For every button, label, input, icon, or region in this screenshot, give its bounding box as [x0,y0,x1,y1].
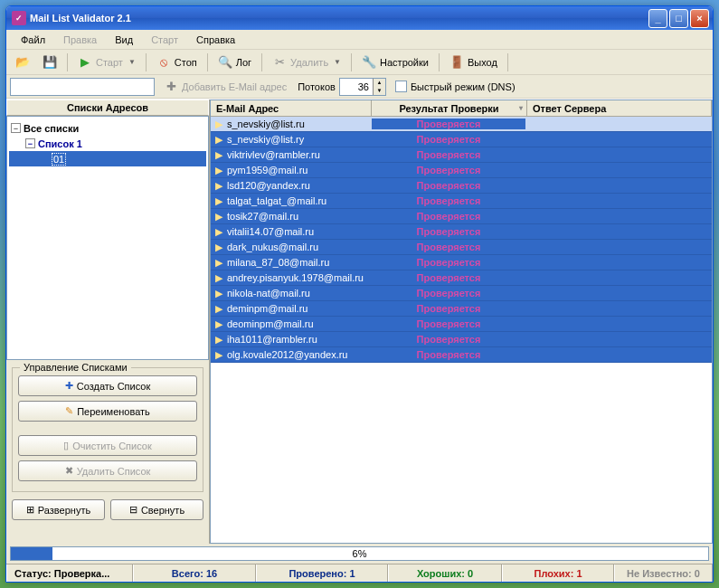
result-cell: Проверяется [372,242,525,252]
table-row[interactable]: ▶milana_87_08@mail.ruПроверяется [211,255,712,270]
clear-list-button[interactable]: ▯Очистить Список [18,435,197,456]
mail-icon: ▶ [214,119,223,128]
table-row[interactable]: ▶s_nevskiy@list.ryПроверяется [211,132,712,147]
table-row[interactable]: ▶deominpm@mail.ruПроверяется [211,317,712,332]
result-cell: Проверяется [372,272,525,283]
close-button[interactable]: × [690,9,709,28]
tree-root[interactable]: −Все списки [9,120,206,136]
mail-icon: ▶ [214,304,223,313]
email-cell: talgat_talgat_@mail.ru [227,195,326,206]
collapse-button[interactable]: ⊟Свернуть [110,499,203,520]
table-row[interactable]: ▶s_nevskiy@list.ruПроверяется [211,117,712,132]
app-icon: ✓ [12,11,26,25]
status-unknown: Не Известно: 0 [614,564,713,582]
table-row[interactable]: ▶olg.kovale2012@yandex.ruПроверяется [211,347,712,363]
spin-down[interactable]: ▼ [373,87,385,95]
grid-body[interactable]: ▶s_nevskiy@list.ruПроверяется▶s_nevskiy@… [211,117,712,543]
email-cell: milana_87_08@mail.ru [227,257,329,268]
rename-button[interactable]: ✎Переименовать [18,401,197,422]
email-cell: vitalii14.07@mail.ru [227,226,314,237]
mail-icon: ▶ [214,181,223,190]
table-row[interactable]: ▶iha1011@rambler.ruПроверяется [211,332,712,347]
mail-icon: ▶ [214,227,223,236]
col-result[interactable]: Результат Проверки▾ [372,100,527,116]
threads-spinner[interactable]: ▲▼ [339,78,386,96]
table-row[interactable]: ▶viktrivlev@rambler.ruПроверяется [211,147,712,163]
save-button[interactable]: 💾 [37,52,62,72]
app-window: ✓ Mail List Validator 2.1 _ □ × Файл Пра… [5,5,714,583]
add-mail-button[interactable]: ✚Добавить E-Mail адрес [158,77,292,97]
threads-label: Потоков [298,81,336,92]
separator [207,53,208,71]
right-panel: E-Mail Адрес Результат Проверки▾ Ответ С… [210,100,713,544]
delete-button[interactable]: ✂Удалить▼ [267,52,346,72]
spin-up[interactable]: ▲ [373,79,385,87]
result-cell: Проверяется [372,211,525,222]
table-row[interactable]: ▶talgat_talgat_@mail.ruПроверяется [211,194,712,209]
table-row[interactable]: ▶vitalii14.07@mail.ruПроверяется [211,224,712,240]
menu-file[interactable]: Файл [12,33,54,47]
log-button[interactable]: 🔍Лог [213,52,257,72]
separator [439,53,440,71]
table-row[interactable]: ▶deminpm@mail.ruПроверяется [211,301,712,317]
maximize-button[interactable]: □ [669,9,688,28]
expand-button[interactable]: ⊞Развернуть [12,499,105,520]
minimize-button[interactable]: _ [648,9,667,28]
separator [261,53,262,71]
fast-mode-checkbox[interactable] [395,81,407,92]
col-response[interactable]: Ответ Сервера [527,100,712,116]
filter-icon[interactable]: ▾ [519,104,523,112]
list-management-group: Управление Списками ✚Создать Список ✎Пер… [12,367,203,492]
address-tree[interactable]: −Все списки −Список 1 01 [6,116,209,360]
threads-value[interactable] [340,79,373,95]
table-row[interactable]: ▶andrey.pisanyuk.1978@mail.ruПроверяется [211,270,712,286]
status-checked: Проверено: 1 [256,564,388,582]
tree-list1[interactable]: −Список 1 [9,136,206,151]
edit-icon: ✎ [65,405,73,417]
delete-list-button[interactable]: ✖Удалить Список [18,460,197,481]
progress-bar: 6% [10,546,709,561]
separator [67,53,68,71]
table-row[interactable]: ▶nikola-nat@mail.ruПроверяется [211,286,712,301]
result-cell: Проверяется [372,303,525,314]
separator [146,53,147,71]
left-header: Списки Адресов [6,100,209,116]
mail-icon: ▶ [214,150,223,159]
email-cell: lsd120@yandex.ru [227,180,310,191]
menu-edit[interactable]: Правка [54,33,106,47]
table-row[interactable]: ▶pym1959@mail.ruПроверяется [211,163,712,178]
menu-view[interactable]: Вид [106,33,142,47]
result-cell: Проверяется [372,318,525,329]
exit-button[interactable]: 🚪Выход [444,52,503,72]
titlebar[interactable]: ✓ Mail List Validator 2.1 _ □ × [6,6,713,30]
result-cell: Проверяется [372,165,525,175]
table-row[interactable]: ▶lsd120@yandex.ruПроверяется [211,178,712,194]
email-cell: viktrivlev@rambler.ru [227,149,320,160]
email-cell: nikola-nat@mail.ru [227,288,310,299]
mail-icon: ▶ [214,196,223,205]
menu-start[interactable]: Старт [142,33,187,47]
table-row[interactable]: ▶dark_nukus@mail.ruПроверяется [211,240,712,255]
tree-item-01[interactable]: 01 [9,151,206,166]
stop-button[interactable]: ⦸Стоп [151,52,203,72]
status-good: Хороших: 0 [388,564,502,582]
table-row[interactable]: ▶tosik27@mail.ruПроверяется [211,209,712,224]
result-cell: Проверяется [372,349,525,360]
email-cell: olg.kovale2012@yandex.ru [227,349,347,360]
fast-mode-label: Быстрый режим (DNS) [411,81,516,92]
col-email[interactable]: E-Mail Адрес [211,100,372,116]
menu-help[interactable]: Справка [187,33,244,47]
collapse-icon[interactable]: − [11,123,21,133]
create-list-button[interactable]: ✚Создать Список [18,375,197,396]
email-cell: iha1011@rambler.ru [227,334,317,345]
collapse-icon[interactable]: − [25,138,35,148]
plus-icon: ✚ [65,380,73,392]
settings-button[interactable]: 🔧Настройки [356,52,434,72]
mail-icon: ▶ [214,350,223,359]
start-button[interactable]: ▶Старт▼ [72,52,141,72]
open-button[interactable]: 📂 [10,52,35,72]
status-bar: Статус: Проверка... Всего: 16 Проверено:… [6,564,713,582]
mail-icon: ▶ [214,242,223,251]
content-area: Списки Адресов −Все списки −Список 1 01 … [6,99,713,544]
address-input[interactable] [10,78,155,96]
